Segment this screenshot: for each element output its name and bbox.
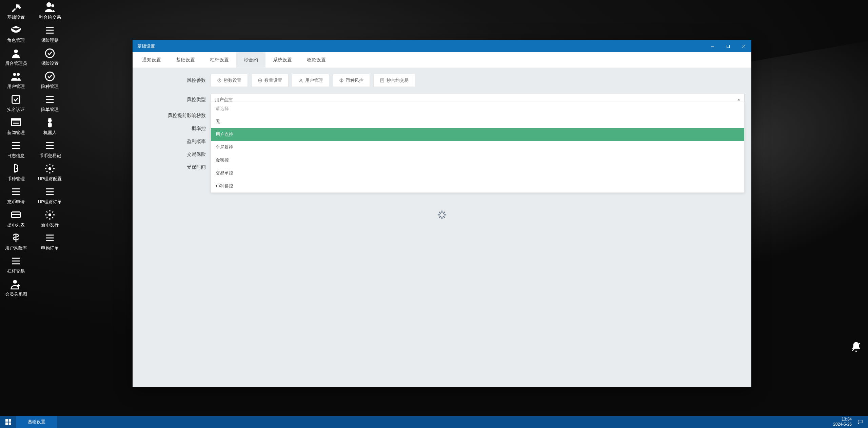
dropdown-option[interactable]: 用户点控	[211, 128, 744, 141]
svg-rect-36	[46, 238, 54, 239]
desktop-icon[interactable]: UP理财配置	[36, 163, 64, 182]
maximize-button[interactable]	[720, 40, 736, 52]
titlebar[interactable]: 基础设置	[133, 40, 751, 52]
svg-rect-37	[46, 240, 54, 241]
desktop-icon[interactable]: 用户管理	[2, 71, 30, 90]
app-icon	[44, 140, 56, 151]
desktop-icon-label: 用户管理	[7, 83, 25, 90]
sub-tab-label: 数量设置	[264, 77, 282, 83]
taskbar-app[interactable]: 基础设置	[16, 416, 57, 428]
desktop-icon[interactable]: 险单管理	[36, 94, 64, 113]
dropdown-option[interactable]: 全局群控	[211, 141, 744, 154]
dropdown-option[interactable]: 金额控	[211, 154, 744, 167]
desktop-icon[interactable]: 基础设置	[2, 1, 30, 20]
desktop-icon-label: 角色管理	[7, 37, 25, 43]
svg-point-25	[48, 167, 52, 170]
desktop-icon-label: 基础设置	[7, 14, 25, 20]
desktop-icon[interactable]: 提币列表	[2, 209, 30, 228]
svg-rect-10	[46, 99, 54, 100]
start-button[interactable]	[0, 416, 16, 428]
system-tray: 13:34 2024-5-26	[828, 416, 868, 428]
svg-rect-29	[46, 188, 54, 189]
app-icon	[10, 1, 22, 13]
desktop-icon-label: 后台管理员	[5, 60, 27, 67]
clock-time: 13:34	[833, 417, 852, 422]
tab[interactable]: 基础设置	[169, 52, 202, 68]
tab[interactable]: 系统设置	[265, 52, 299, 68]
svg-line-48	[219, 80, 220, 81]
svg-rect-0	[46, 27, 54, 28]
desktop-icon-label: 新闻管理	[7, 130, 25, 136]
svg-rect-35	[46, 235, 54, 236]
desktop-icon-label: 实名认证	[7, 107, 25, 113]
app-icon	[44, 163, 56, 174]
svg-point-7	[45, 72, 54, 81]
svg-rect-43	[727, 45, 729, 48]
desktop-icon[interactable]: 币币交易记	[36, 140, 64, 159]
minimize-button[interactable]	[705, 40, 720, 52]
sub-tab-label: 币种风控	[346, 77, 363, 83]
desktop-icon[interactable]: 实名认证	[2, 94, 30, 113]
desktop-icon-label: 充币申请	[7, 199, 25, 205]
desktop-icon[interactable]: 币种管理	[2, 163, 30, 182]
desktop-icon[interactable]: 新闻管理	[2, 117, 30, 136]
label-risk-params: 风控参数	[139, 77, 211, 83]
taskbar: 基础设置 13:34 2024-5-26	[0, 416, 868, 428]
svg-rect-1	[46, 30, 54, 31]
clock[interactable]: 13:34 2024-5-26	[833, 417, 852, 427]
desktop-icon[interactable]: 申购订单	[36, 232, 64, 251]
desktop-icon[interactable]: 机器人	[36, 117, 64, 136]
desktop-icon-label: 会员关系图	[5, 291, 27, 297]
desktop-icon[interactable]: 秒合约交易	[36, 1, 64, 20]
sub-tab-button[interactable]: 秒合约交易	[373, 74, 415, 87]
sub-tab-button[interactable]: 数量设置	[251, 74, 289, 87]
svg-rect-23	[46, 145, 54, 146]
svg-rect-11	[46, 102, 54, 103]
tab[interactable]: 收款设置	[299, 52, 333, 68]
svg-rect-9	[46, 96, 54, 97]
chat-icon[interactable]	[857, 419, 863, 425]
sub-tab-button[interactable]: 币种风控	[333, 74, 370, 87]
svg-rect-8	[12, 96, 20, 104]
sub-tab-label: 秒数设置	[224, 77, 241, 83]
desktop-icon[interactable]: 险种管理	[36, 71, 64, 90]
desktop-icon[interactable]: 保险理赔	[36, 24, 64, 43]
desktop-icon[interactable]: 新币发行	[36, 209, 64, 228]
desktop-icon-label: UP理财订单	[38, 199, 62, 205]
dropdown-option[interactable]: 交易单控	[211, 167, 744, 180]
tab[interactable]: 杠杆设置	[202, 52, 236, 68]
tab[interactable]: 通知设置	[135, 52, 169, 68]
desktop-icon-label: 日志信息	[7, 153, 25, 159]
app-icon	[10, 278, 22, 290]
desktop: 基础设置秒合约交易角色管理保险理赔后台管理员保险设置用户管理险种管理实名认证险单…	[0, 0, 868, 428]
svg-point-16	[48, 119, 52, 123]
risk-type-dropdown[interactable]: 请选择无用户点控全局群控金额控交易单控币种群控	[211, 102, 745, 193]
desktop-icon[interactable]: 保险设置	[36, 48, 64, 67]
dropdown-option[interactable]: 无	[211, 115, 744, 128]
desktop-icon[interactable]: 充币申请	[2, 186, 30, 205]
svg-rect-26	[12, 188, 20, 189]
desktop-icon[interactable]: 角色管理	[2, 24, 30, 43]
sub-tab-button[interactable]: 秒数设置	[211, 74, 248, 87]
desktop-icon[interactable]: 日志信息	[2, 140, 30, 159]
svg-rect-13	[12, 119, 20, 121]
svg-rect-54	[380, 79, 384, 82]
desktop-icon[interactable]: 后台管理员	[2, 48, 30, 67]
desktop-icon-label: 机器人	[43, 130, 57, 136]
desktop-icon[interactable]: 杠杆交易	[2, 255, 30, 274]
svg-rect-28	[12, 194, 20, 195]
app-icon	[10, 71, 22, 82]
dropdown-placeholder: 请选择	[211, 102, 744, 115]
app-icon	[10, 140, 22, 151]
app-icon	[44, 117, 56, 128]
desktop-icon[interactable]: 会员关系图	[2, 278, 30, 297]
dropdown-option[interactable]: 币种群控	[211, 180, 744, 192]
sub-tab-button[interactable]: 用户管理	[292, 74, 329, 87]
desktop-icon[interactable]: UP理财订单	[36, 186, 64, 205]
notification-bell-icon[interactable]	[850, 341, 862, 353]
desktop-icon[interactable]: 用户风险率	[2, 232, 30, 251]
app-icon	[44, 1, 56, 13]
close-button[interactable]	[736, 40, 751, 52]
svg-point-52	[300, 79, 302, 81]
tab[interactable]: 秒合约	[236, 52, 265, 68]
